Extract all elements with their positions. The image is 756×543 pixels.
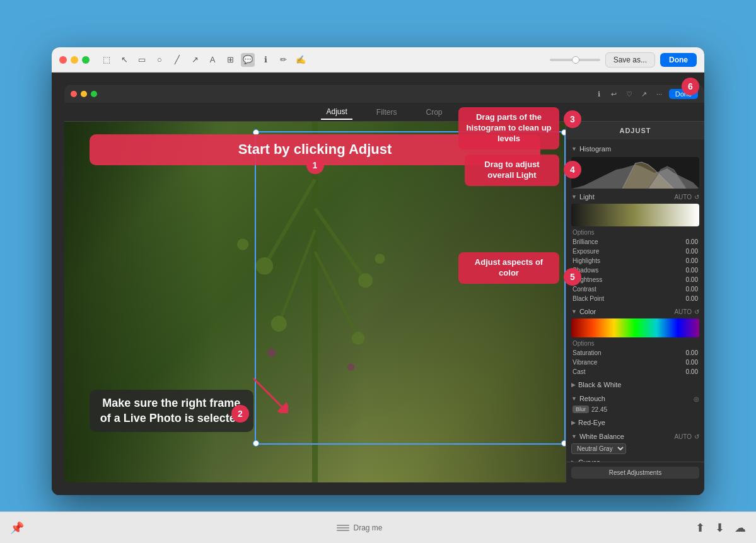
inner-info-icon[interactable]: ℹ <box>593 88 605 100</box>
histogram-chevron: ▼ <box>571 146 577 152</box>
line-icon[interactable]: ╱ <box>170 53 184 67</box>
bottom-bar: 📌 Drag me ⬆ ⬇ ☁ <box>0 511 756 543</box>
bw-section: ▶ Black & White <box>566 379 704 390</box>
signature-icon[interactable]: ✍ <box>294 53 308 67</box>
titlebar: ⬚ ↖ ▭ ○ ╱ ↗ A ⊞ 💬 ℹ ✏ ✍ Save as... Done <box>52 47 704 73</box>
arrow-icon[interactable]: ↗ <box>188 53 202 67</box>
inner-close-button[interactable] <box>71 91 77 97</box>
done-button[interactable]: Done <box>660 53 697 67</box>
svg-line-3 <box>279 230 315 324</box>
panel-content[interactable]: ▼ Histogram <box>566 139 704 462</box>
curves-section: ▶ Curves <box>566 457 704 462</box>
retouch-tool: Blur <box>573 406 589 413</box>
bw-header[interactable]: ▶ Black & White <box>566 379 704 390</box>
reset-adjustments-button[interactable]: Reset Adjustments <box>571 467 699 479</box>
circle-icon[interactable]: ○ <box>153 53 166 67</box>
svg-point-6 <box>358 273 373 288</box>
retouch-section: ▼ Retouch ◎ Blur 22.45 <box>566 393 704 414</box>
inner-toolbar: ℹ ↩ ♡ ↗ ··· Done <box>593 88 698 100</box>
content-area: ℹ ↩ ♡ ↗ ··· Done Adjust Filters Crop <box>52 73 704 495</box>
inner-minimize-button[interactable] <box>81 91 87 97</box>
retouch-row: Blur 22.45 <box>566 404 704 414</box>
rect-icon[interactable]: ▭ <box>135 53 149 67</box>
redeye-header[interactable]: ▶ Red-Eye <box>566 417 704 428</box>
light-chevron: ▼ <box>571 194 577 200</box>
badge-2: 2 <box>231 405 249 423</box>
curves-header[interactable]: ▶ Curves <box>566 457 704 462</box>
editing-area: Start by clicking Adjust 1 Make sure the… <box>64 122 704 482</box>
adj-brilliance: Brilliance 0.00 <box>566 237 704 247</box>
inner-share-icon[interactable]: ↩ <box>608 88 620 100</box>
color-auto-icon[interactable]: AUTO <box>674 308 692 315</box>
inner-export-icon[interactable]: ↗ <box>639 88 650 100</box>
color-header[interactable]: ▼ Color AUTO ↺ <box>566 306 704 317</box>
retouch-header[interactable]: ▼ Retouch ◎ <box>566 393 704 404</box>
crop-icon[interactable]: ⬚ <box>100 53 113 67</box>
wb-reset-icon[interactable]: ↺ <box>694 433 699 440</box>
info-icon[interactable]: ℹ <box>259 53 272 67</box>
color-chevron: ▼ <box>571 308 577 315</box>
badge-1: 1 <box>306 156 324 174</box>
maximize-button[interactable] <box>82 56 90 64</box>
cursor-icon[interactable]: ↖ <box>117 53 131 67</box>
panel-footer: Reset Adjustments <box>566 462 704 482</box>
save-as-button[interactable]: Save as... <box>605 52 655 67</box>
download-icon[interactable]: ⬇ <box>715 521 724 535</box>
adj-brightness: Brightness 0.00 <box>566 275 704 284</box>
svg-point-7 <box>271 316 287 332</box>
adj-shadows: Shadows 0.00 <box>566 266 704 275</box>
drag-handle[interactable]: Drag me <box>337 523 382 532</box>
light-reset-icon[interactable]: ↺ <box>694 194 699 201</box>
adj-contrast: Contrast 0.00 <box>566 284 704 294</box>
histogram-header[interactable]: ▼ Histogram <box>566 143 704 155</box>
inner-maximize-button[interactable] <box>91 91 97 97</box>
tab-filters[interactable]: Filters <box>371 105 402 119</box>
retouch-title: Retouch <box>579 395 691 402</box>
svg-line-4 <box>315 252 359 338</box>
svg-point-8 <box>352 332 365 345</box>
callout-2: Make sure the right frame of a Live Phot… <box>90 390 253 432</box>
light-title: Light <box>579 193 672 201</box>
pin-icon[interactable]: 📌 <box>10 521 24 535</box>
light-options: Options <box>566 228 704 237</box>
histogram-chart <box>571 157 699 189</box>
inner-heart-icon[interactable]: ♡ <box>624 88 635 100</box>
pen-icon[interactable]: ✏ <box>276 53 290 67</box>
photo-canvas: Start by clicking Adjust 1 Make sure the… <box>64 122 566 482</box>
color-options: Options <box>566 339 704 348</box>
adj-vibrance: Vibrance 0.00 <box>566 358 704 367</box>
tab-adjust[interactable]: Adjust <box>321 105 352 120</box>
light-auto-icon[interactable]: AUTO <box>674 194 692 201</box>
color-icons: AUTO ↺ <box>674 308 699 315</box>
inner-more-icon[interactable]: ··· <box>654 88 665 100</box>
redeye-title: Red-Eye <box>578 419 699 426</box>
wb-section: ▼ White Balance AUTO ↺ Neutral Gray <box>566 431 704 454</box>
close-button[interactable] <box>59 56 67 64</box>
svg-point-11 <box>267 348 276 357</box>
toolbar-icons: ⬚ ↖ ▭ ○ ╱ ↗ A ⊞ 💬 ℹ ✏ ✍ <box>100 53 545 67</box>
bw-chevron: ▶ <box>571 382 576 388</box>
text-icon[interactable]: A <box>206 53 219 67</box>
tab-crop[interactable]: Crop <box>421 105 448 119</box>
inner-done-button[interactable]: Done <box>669 89 698 99</box>
light-header[interactable]: ▼ Light AUTO ↺ <box>566 191 704 202</box>
panel-header: Adjust <box>566 122 704 139</box>
cloud-icon[interactable]: ☁ <box>735 521 746 535</box>
wb-auto-icon[interactable]: AUTO <box>674 433 692 440</box>
traffic-lights <box>59 56 90 64</box>
adj-highlights: Highlights 0.00 <box>566 256 704 266</box>
drag-line-2 <box>337 527 349 528</box>
speech-bubble-icon[interactable]: 💬 <box>241 53 255 67</box>
main-window: ⬚ ↖ ▭ ○ ╱ ↗ A ⊞ 💬 ℹ ✏ ✍ Save as... Done <box>52 47 704 495</box>
histogram-title: Histogram <box>579 145 699 153</box>
pixelate-icon[interactable]: ⊞ <box>223 53 237 67</box>
redeye-section: ▶ Red-Eye <box>566 417 704 428</box>
wb-header[interactable]: ▼ White Balance AUTO ↺ <box>566 431 704 442</box>
retouch-toggle[interactable]: ◎ <box>694 395 699 402</box>
minimize-button[interactable] <box>71 56 78 64</box>
wb-selector[interactable]: Neutral Gray <box>571 443 626 454</box>
adj-saturation: Saturation 0.00 <box>566 348 704 358</box>
color-reset-icon[interactable]: ↺ <box>694 308 699 315</box>
share-icon[interactable]: ⬆ <box>695 521 705 535</box>
zoom-slider[interactable] <box>550 59 600 61</box>
